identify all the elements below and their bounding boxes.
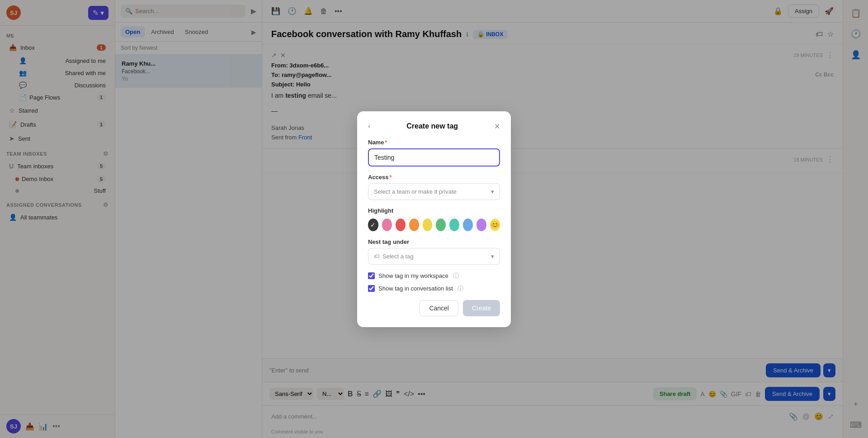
- access-chevron-icon: ▾: [491, 188, 494, 195]
- access-label: Access*: [368, 174, 500, 181]
- color-yellow[interactable]: [423, 219, 433, 231]
- color-pink[interactable]: [382, 219, 392, 231]
- nest-placeholder: Select a tag: [382, 253, 414, 260]
- show-conv-list-row: Show tag in conversation list ⓘ: [368, 285, 500, 293]
- color-red[interactable]: [396, 219, 406, 231]
- show-workspace-row: Show tag in my workspace ⓘ: [368, 272, 500, 280]
- tag-nest-icon: 🏷: [374, 253, 380, 260]
- modal-overlay: ‹ Create new tag ✕ Name* Access* Select …: [0, 0, 868, 438]
- modal-close-button[interactable]: ✕: [494, 122, 500, 131]
- modal-header: ‹ Create new tag ✕: [368, 122, 500, 131]
- name-label: Name*: [368, 139, 500, 146]
- modal-back-button[interactable]: ‹: [368, 122, 370, 130]
- modal-footer: Cancel Create: [368, 300, 500, 316]
- create-button[interactable]: Create: [463, 300, 500, 316]
- modal-title: Create new tag: [406, 122, 458, 130]
- checkmark-icon: ✓: [370, 221, 376, 229]
- show-workspace-checkbox[interactable]: [368, 272, 375, 279]
- create-tag-modal: ‹ Create new tag ✕ Name* Access* Select …: [357, 111, 511, 327]
- nest-tag-select[interactable]: 🏷 Select a tag ▾: [368, 248, 500, 265]
- color-teal[interactable]: [449, 219, 459, 231]
- color-purple[interactable]: [476, 219, 486, 231]
- workspace-info-icon: ⓘ: [453, 272, 459, 280]
- cancel-button[interactable]: Cancel: [420, 300, 458, 316]
- show-workspace-label: Show tag in my workspace: [378, 272, 448, 279]
- tag-name-input[interactable]: [368, 148, 500, 167]
- highlight-label: Highlight: [368, 207, 500, 214]
- color-blue[interactable]: [463, 219, 473, 231]
- color-dark[interactable]: ✓: [368, 219, 378, 231]
- access-placeholder: Select a team or make it private: [374, 188, 457, 195]
- nest-label: Nest tag under: [368, 238, 500, 245]
- color-orange[interactable]: [409, 219, 419, 231]
- show-conv-list-checkbox[interactable]: [368, 285, 375, 292]
- color-emoji[interactable]: 😊: [490, 219, 500, 231]
- access-select[interactable]: Select a team or make it private ▾: [368, 183, 500, 200]
- nest-chevron-icon: ▾: [491, 253, 494, 260]
- conv-list-info-icon: ⓘ: [458, 285, 463, 293]
- show-conv-list-label: Show tag in conversation list: [378, 285, 453, 292]
- color-row: ✓ 😊: [368, 219, 500, 231]
- color-green[interactable]: [436, 219, 446, 231]
